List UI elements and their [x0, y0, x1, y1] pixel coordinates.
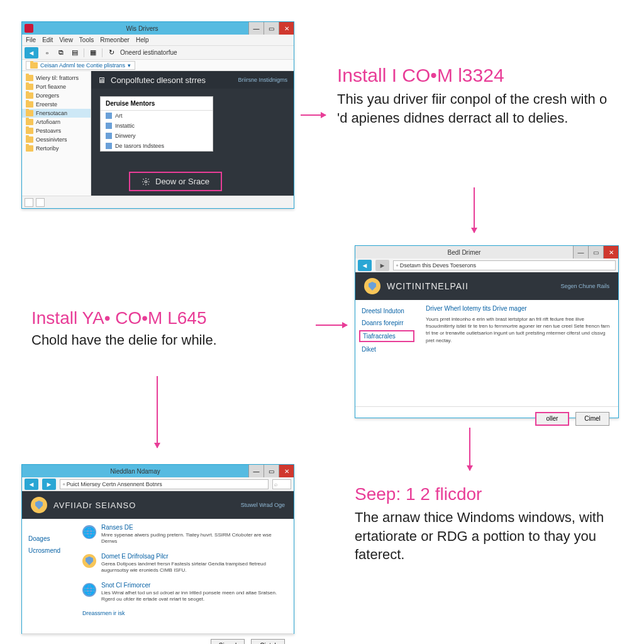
- sidebar-link[interactable]: Dreetsl Induton: [355, 305, 418, 317]
- sidebar-item[interactable]: Artofioarn: [22, 118, 91, 126]
- sidebar-item[interactable]: Rertoriby: [22, 144, 91, 153]
- banner: WCITINITNELPAII Segen Chune Rails: [355, 272, 618, 300]
- minimize-button[interactable]: —: [573, 246, 588, 258]
- menu-help[interactable]: Help: [136, 36, 149, 43]
- more-link[interactable]: Dreassrnen ir isk: [82, 610, 286, 616]
- sidebar-item[interactable]: Ereerste: [22, 100, 91, 109]
- forward-button[interactable]: ►: [42, 479, 56, 490]
- sidebar-item-label: Artofioarn: [36, 119, 60, 125]
- device-item[interactable]: Art: [101, 111, 213, 121]
- step-3-title: Seep: 1 2 flicdor: [355, 484, 625, 504]
- crumb-box[interactable]: Ceisan Adnml tee Contie plistrans ▾: [26, 61, 135, 70]
- sidebar-item[interactable]: Wiery til: frattorrs: [22, 74, 91, 82]
- window-title: Nieddlan Ndamay: [22, 468, 248, 475]
- button-label: Deow or Srace: [155, 177, 209, 186]
- window-device-manager: Wis Drivers — ▭ ✕ File Edit View Tools R…: [21, 21, 294, 209]
- sidebar-link[interactable]: Ucrosmend: [22, 545, 80, 557]
- option-item[interactable]: 🌐 Ranses DEMnre sypenae alwers puding pr…: [82, 524, 286, 545]
- item-title: Ranses DE: [101, 524, 286, 531]
- sidebar-link[interactable]: Diket: [355, 343, 418, 355]
- arrow-5: [469, 428, 470, 470]
- maximize-button[interactable]: ▭: [588, 246, 603, 258]
- sidebar-item[interactable]: Port fieaxne: [22, 82, 91, 91]
- sidebar-link[interactable]: Doages: [22, 533, 80, 545]
- content-text: Yours prret inteonho e erin wth brast ie…: [426, 316, 611, 344]
- devices-panel-title: Deruise Mentors: [101, 97, 213, 111]
- panel-header-link[interactable]: Briirsne Instidnigms: [238, 77, 287, 83]
- view-icon[interactable]: [25, 198, 33, 207]
- sidebar-link[interactable]: Doanrs forepirr: [355, 317, 418, 329]
- back-button[interactable]: ◄: [25, 479, 38, 490]
- folder-icon: ▫: [396, 262, 398, 269]
- option-item[interactable]: 🌐 Snot Cl FrimorcerLies Wrral afhet tod …: [82, 582, 286, 603]
- close-button[interactable]: ✕: [279, 465, 294, 477]
- search-box[interactable]: ⌕: [272, 479, 291, 489]
- address-text: Dsetavn this Deves Toeserons: [400, 262, 476, 269]
- item-desc: Lies Wrral afhet tod un sd odroel ar inn…: [101, 590, 286, 603]
- address-bar[interactable]: ▫ Puict Miersey Certn Ansennent Botnrs: [60, 479, 269, 489]
- new-icon[interactable]: ▫: [42, 48, 52, 58]
- view-icon[interactable]: [36, 198, 45, 207]
- folder-icon: [26, 145, 33, 152]
- minimize-button[interactable]: —: [248, 22, 264, 35]
- nav-toolbar: ◄ ► ▫ Dsetavn this Deves Toeserons: [355, 258, 618, 272]
- menu-view[interactable]: View: [59, 36, 73, 43]
- back-button[interactable]: ◄: [25, 47, 38, 58]
- window-driver-wizard: Bedl Drimer — ▭ ✕ ◄ ► ▫ Dsetavn this Dev…: [355, 245, 619, 418]
- banner-link[interactable]: Stuwel Wrad Oge: [241, 502, 285, 508]
- titlebar[interactable]: Nieddlan Ndamay — ▭ ✕: [22, 465, 294, 477]
- sidebar-link-highlighted[interactable]: Tiafracrales: [359, 330, 414, 342]
- address-bar[interactable]: ▫ Dsetavn this Deves Toeserons: [393, 260, 616, 270]
- sidebar-item-label: Ereerste: [36, 101, 57, 108]
- maximize-button[interactable]: ▭: [264, 22, 279, 35]
- step-2: Install YA• CO•M L645 Chold have the del…: [31, 308, 308, 348]
- maximize-button[interactable]: ▭: [264, 465, 279, 477]
- window-avfiad: Nieddlan Ndamay — ▭ ✕ ◄ ► ▫ Puict Mierse…: [21, 464, 294, 634]
- sidebar-item[interactable]: Oessinivters: [22, 135, 91, 144]
- titlebar[interactable]: Bedl Drimer — ▭ ✕: [355, 246, 618, 258]
- forward-button[interactable]: ►: [375, 260, 389, 271]
- sidebar-item[interactable]: Pestoavrs: [22, 126, 91, 135]
- menu-rmeonber[interactable]: Rmeonber: [100, 36, 130, 43]
- arrow-1: [301, 114, 326, 116]
- sidebar-item[interactable]: Doregers: [22, 91, 91, 100]
- props-icon[interactable]: ▦: [88, 48, 98, 58]
- device-icon: [106, 123, 112, 129]
- app-icon: [25, 24, 33, 33]
- sidebar-item-selected[interactable]: Fnersotacan: [22, 109, 91, 118]
- close-button[interactable]: ✕: [603, 246, 618, 258]
- device-label: Art: [115, 113, 123, 119]
- device-item[interactable]: De Iasrors Indstees: [101, 141, 213, 151]
- main-content: Driver Wherl lotemy tits Drive mager You…: [418, 300, 618, 406]
- sidebar: Doages Ucrosmend: [22, 519, 80, 633]
- refresh-icon[interactable]: ↻: [106, 48, 116, 58]
- main-content: 🌐 Ranses DEMnre sypenae alwers puding pr…: [80, 519, 294, 633]
- cancel-button[interactable]: Cintel: [251, 639, 285, 645]
- ok-button[interactable]: oller: [535, 412, 569, 426]
- device-icon: [106, 113, 112, 119]
- menu-edit[interactable]: Edit: [42, 36, 53, 43]
- tree-icon[interactable]: ⧉: [56, 48, 66, 58]
- banner-link[interactable]: Segen Chune Rails: [560, 283, 609, 289]
- close-button[interactable]: ✕: [279, 22, 294, 35]
- sidebar-item-label: Port fieaxne: [36, 84, 66, 90]
- save-icon[interactable]: ▤: [70, 48, 80, 58]
- sidebar-item-label: Oessinivters: [36, 136, 67, 143]
- menu-file[interactable]: File: [26, 36, 36, 43]
- download-source-button[interactable]: Deow or Srace: [129, 172, 222, 191]
- window-title: Bedl Drimer: [355, 249, 573, 256]
- device-item[interactable]: Instattic: [101, 121, 213, 131]
- menu-tools[interactable]: Tools: [79, 36, 94, 43]
- back-button[interactable]: ◄: [358, 260, 372, 271]
- folder-icon: [26, 84, 33, 90]
- option-item[interactable]: Domet E Drifrolsag PilcrGerea Dotipoes l…: [82, 553, 286, 574]
- titlebar[interactable]: Wis Drivers — ▭ ✕: [22, 22, 294, 35]
- nav-toolbar: ◄ ► ▫ Puict Miersey Certn Ansennent Botn…: [22, 477, 294, 491]
- minimize-button[interactable]: —: [248, 465, 264, 477]
- monitor-icon: 🖥: [97, 75, 106, 85]
- sidebar-item-label: Fnersotacan: [36, 110, 67, 116]
- cancel-button[interactable]: Cimel: [575, 412, 609, 426]
- device-item[interactable]: Dinwery: [101, 131, 213, 141]
- ok-button[interactable]: Siamrl: [211, 639, 245, 645]
- device-label: Instattic: [115, 123, 135, 129]
